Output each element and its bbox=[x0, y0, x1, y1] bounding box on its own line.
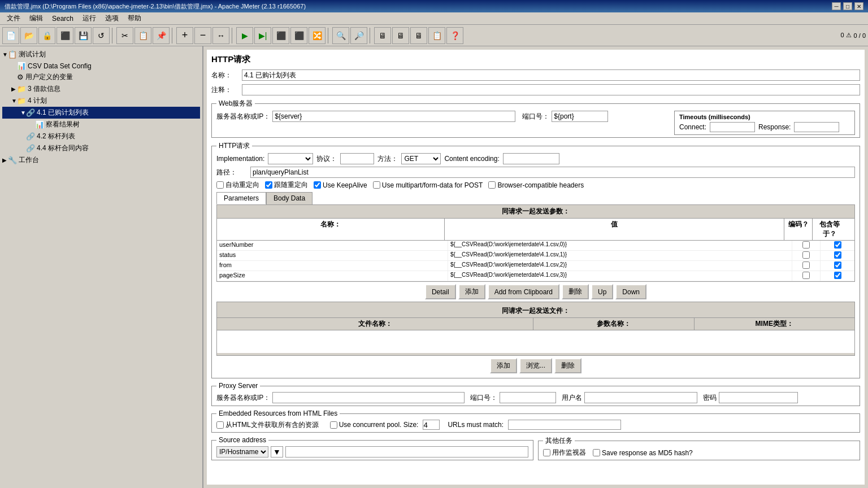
cut-button[interactable]: ✂ bbox=[116, 27, 133, 44]
remote-button[interactable]: ↔ bbox=[212, 27, 229, 44]
new-button[interactable]: 📄 bbox=[2, 27, 19, 44]
proxy-user-input[interactable] bbox=[584, 392, 697, 403]
menu-file[interactable]: 文件 bbox=[2, 12, 25, 24]
method-select[interactable]: GET POST PUT DELETE bbox=[401, 153, 441, 164]
source-dropdown-btn[interactable]: ▼ bbox=[271, 446, 283, 457]
keep-alive-label[interactable]: Use KeepAlive bbox=[314, 181, 367, 189]
add-param-button[interactable]: 添加 bbox=[458, 284, 485, 299]
help-button[interactable]: ❓ bbox=[446, 27, 463, 44]
param-include[interactable] bbox=[821, 271, 854, 281]
param-encode[interactable] bbox=[792, 251, 821, 260]
concurrent-pool-label[interactable]: Use concurrent pool. Size: bbox=[330, 421, 419, 429]
close-button[interactable]: ✕ bbox=[854, 2, 863, 10]
server-input[interactable] bbox=[272, 111, 515, 122]
save-template-button[interactable]: 🔒 bbox=[38, 27, 55, 44]
include-checkbox[interactable] bbox=[834, 251, 841, 259]
impl-select[interactable] bbox=[268, 153, 313, 164]
auto-redirect-label[interactable]: 自动重定向 bbox=[216, 180, 259, 190]
md5-checkbox[interactable] bbox=[593, 449, 600, 456]
param-encode[interactable] bbox=[792, 241, 821, 250]
browser-compat-checkbox[interactable] bbox=[488, 181, 496, 189]
pool-size-input[interactable] bbox=[423, 420, 440, 430]
encode-checkbox[interactable] bbox=[802, 262, 810, 269]
sidebar-item-user-vars[interactable]: ⚙ 用户定义的变量 bbox=[2, 71, 200, 83]
include-checkbox[interactable] bbox=[834, 262, 841, 269]
response-input[interactable] bbox=[794, 122, 839, 132]
add-file-button[interactable]: 添加 bbox=[490, 358, 517, 373]
protocol-input[interactable] bbox=[340, 153, 374, 164]
sidebar-item-csv[interactable]: 📊 CSV Data Set Config bbox=[2, 60, 200, 71]
down-param-button[interactable]: Down bbox=[615, 284, 646, 299]
proxy-pass-input[interactable] bbox=[719, 392, 798, 403]
source-address-input[interactable] bbox=[285, 446, 528, 457]
encode-checkbox[interactable] bbox=[802, 251, 810, 259]
include-checkbox[interactable] bbox=[834, 241, 841, 249]
sidebar-item-index-list[interactable]: 🔗 4.2 标杆列表 bbox=[2, 130, 200, 142]
connect-input[interactable] bbox=[710, 122, 755, 132]
proxy-server-input[interactable] bbox=[272, 392, 465, 403]
menu-help[interactable]: 帮助 bbox=[123, 12, 146, 24]
search2-button[interactable]: 🔎 bbox=[350, 27, 367, 44]
maximize-button[interactable]: □ bbox=[843, 2, 852, 10]
start-button[interactable]: ▶ bbox=[236, 27, 253, 44]
encode-checkbox[interactable] bbox=[802, 272, 810, 279]
browser-compat-label[interactable]: Browser-compatible headers bbox=[488, 181, 584, 189]
param-encode[interactable] bbox=[792, 261, 821, 271]
add-clipboard-button[interactable]: Add from Clipboard bbox=[488, 284, 559, 299]
browse-file-button[interactable]: 浏览... bbox=[519, 358, 552, 373]
table-row[interactable]: pageSize ${__CSVRead(D:\work\jemeterdate… bbox=[217, 271, 854, 281]
detail-button[interactable]: Detail bbox=[425, 284, 456, 299]
include-checkbox[interactable] bbox=[834, 272, 841, 279]
name-input[interactable] bbox=[242, 69, 860, 81]
delete-param-button[interactable]: 删除 bbox=[562, 284, 589, 299]
port-input[interactable] bbox=[552, 111, 608, 122]
comment-input[interactable] bbox=[242, 84, 860, 95]
keep-alive-checkbox[interactable] bbox=[314, 181, 321, 189]
open-button[interactable]: 📂 bbox=[20, 27, 37, 44]
stop2-button[interactable]: ⬛ bbox=[272, 27, 289, 44]
remote-start-button[interactable]: 🖥 bbox=[374, 27, 391, 44]
html-resources-checkbox[interactable] bbox=[216, 421, 224, 429]
menu-search[interactable]: Search bbox=[47, 14, 78, 24]
menu-run[interactable]: 运行 bbox=[78, 12, 101, 24]
expand-button[interactable]: + bbox=[176, 27, 193, 44]
monitor-checkbox[interactable] bbox=[543, 449, 550, 456]
menu-options[interactable]: 选项 bbox=[101, 12, 123, 24]
table-row[interactable]: userNumber ${__CSVRead(D:\work\jemeterda… bbox=[217, 241, 854, 251]
html-resources-label[interactable]: 从HTML文件获取所有含的资源 bbox=[216, 420, 319, 430]
tab-body-data[interactable]: Body Data bbox=[266, 192, 313, 204]
param-include[interactable] bbox=[821, 261, 854, 271]
concurrent-pool-checkbox[interactable] bbox=[330, 421, 337, 429]
copy-button[interactable]: 📋 bbox=[134, 27, 151, 44]
collapse-button[interactable]: − bbox=[194, 27, 211, 44]
remote-shutdown-button[interactable]: 🖥 bbox=[410, 27, 427, 44]
sidebar-item-plan4[interactable]: ▼ 📁 4 计划 bbox=[2, 95, 200, 107]
search-button[interactable]: 🔍 bbox=[332, 27, 349, 44]
template-button[interactable]: 📋 bbox=[428, 27, 445, 44]
tab-parameters[interactable]: Parameters bbox=[216, 192, 266, 204]
table-row[interactable]: status ${__CSVRead(D:\work\jemeterdate\4… bbox=[217, 251, 854, 261]
param-include[interactable] bbox=[821, 251, 854, 260]
table-row[interactable]: from ${__CSVRead(D:\work\jemeterdate\4.1… bbox=[217, 261, 854, 271]
minimize-button[interactable]: ─ bbox=[832, 2, 841, 10]
urls-match-input[interactable] bbox=[508, 420, 621, 430]
save-button[interactable]: 💾 bbox=[75, 27, 92, 44]
sidebar-item-test-plan[interactable]: ▼ 📋 测试计划 bbox=[2, 49, 200, 60]
revert-button[interactable]: ↺ bbox=[93, 27, 110, 44]
encoding-input[interactable] bbox=[503, 153, 559, 164]
follow-redirect-label[interactable]: 跟随重定向 bbox=[265, 180, 308, 190]
path-input[interactable] bbox=[250, 167, 855, 178]
encode-checkbox[interactable] bbox=[802, 241, 810, 249]
up-param-button[interactable]: Up bbox=[591, 284, 613, 299]
follow-redirect-checkbox[interactable] bbox=[265, 181, 272, 189]
sidebar-item-workbench[interactable]: ▶ 🔧 工作台 bbox=[2, 154, 200, 166]
sidebar-item-plan-list[interactable]: ▼ 🔗 4.1 已购计划列表 bbox=[2, 107, 200, 119]
delete-file-button[interactable]: 删除 bbox=[554, 358, 581, 373]
paste-button[interactable]: 📌 bbox=[153, 27, 170, 44]
sidebar-item-loan-info[interactable]: ▶ 📁 3 借款信息 bbox=[2, 83, 200, 95]
remote-stop-button[interactable]: 🖥 bbox=[392, 27, 409, 44]
multipart-checkbox[interactable] bbox=[373, 181, 380, 189]
proxy-port-input[interactable] bbox=[500, 392, 556, 403]
shutdown-button[interactable]: ⬛ bbox=[290, 27, 307, 44]
monitor-label[interactable]: 用作监视器 bbox=[543, 448, 586, 457]
